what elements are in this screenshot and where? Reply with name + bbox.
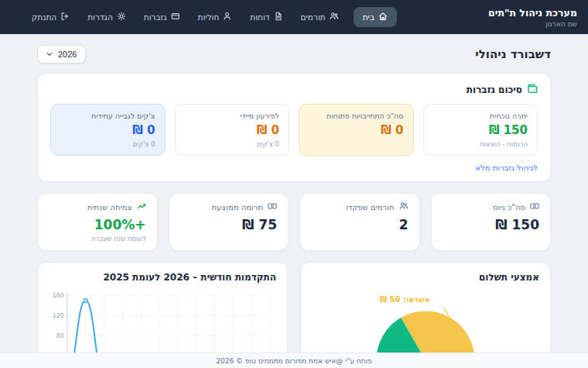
avg-donation-card: תרומה ממוצעת 75 ₪: [169, 193, 289, 251]
nav-label: חוליות: [198, 12, 220, 22]
immediate-due-subtitle: 0 צ'קים: [185, 140, 280, 148]
users-icon: [330, 12, 339, 22]
svg-text:160: 160: [53, 292, 64, 299]
gear-icon: [117, 12, 126, 22]
top-navbar: מערכת ניהול ת"תים שם הארגון בית תורמים ד…: [0, 0, 588, 34]
annual-growth-label: צמיחה שנתית: [87, 203, 132, 212]
app-title: מערכת ניהול ת"תים: [488, 7, 577, 19]
annual-growth-card: צמיחה שנתית +100% לעומת שנה שעברה: [37, 193, 158, 251]
pie-slice-label: אשראי: 50 ₪: [380, 295, 430, 304]
users-icon: [399, 201, 409, 212]
balance-card: יתרה נוכחית 150 ₪ הכנסות - הוצאות: [423, 104, 538, 156]
banknote-icon: [268, 201, 277, 212]
balance-label: יתרה נוכחית: [433, 112, 528, 120]
commitments-value: 0 ₪: [309, 123, 404, 137]
avg-donation-label: תרומה ממוצעת: [211, 203, 263, 212]
annual-growth-value: +100%: [49, 217, 146, 232]
trending-up-icon: [137, 201, 146, 212]
footer-credit: פותח ע"י @איש אמת מפורום מתמחים טופ © 20…: [216, 357, 372, 365]
future-checks-card: צ'קים לגבייה עתידית 0 ₪ 0 צ'קים: [50, 104, 166, 156]
file-text-icon: [274, 12, 283, 22]
year-select-value: 2026: [58, 50, 77, 59]
nav-item-donors[interactable]: תורמים: [298, 7, 342, 27]
open-commitments-card: סה"כ התחייבויות פתוחות 0 ₪: [299, 104, 414, 156]
logout-icon: [60, 12, 70, 22]
year-select[interactable]: 2026: [37, 45, 86, 64]
org-name: שם הארגון: [488, 20, 577, 28]
immediate-due-value: 0 ₪: [185, 123, 280, 137]
svg-text:80: 80: [56, 332, 64, 339]
total-raised-header: סה"כ גיוס: [443, 201, 540, 212]
annual-growth-subtitle: לעומת שנה שעברה: [49, 235, 146, 242]
donors-count-label: תורמים שפקדו: [346, 203, 394, 212]
immediate-due-card: לפירעון מיידי 0 ₪ 0 צ'קים: [175, 104, 290, 156]
donors-count-header: תורמים שפקדו: [311, 201, 409, 212]
future-checks-value: 0 ₪: [60, 123, 156, 137]
nav-label: הגדרות: [87, 12, 113, 22]
treasury-summary-header: סיכום גזברות: [50, 83, 538, 96]
payment-methods-title: אמצעי תשלום: [312, 272, 539, 283]
nav-label: תורמים: [301, 12, 326, 22]
home-icon: [378, 12, 388, 22]
page-header: דשבורד ניהולי 2026: [37, 45, 551, 64]
nav-label: בית: [363, 12, 374, 22]
annual-growth-header: צמיחה שנתית: [49, 201, 146, 212]
balance-subtitle: הכנסות - הוצאות: [433, 140, 528, 148]
treasury-summary-title: סיכום גזברות: [467, 84, 522, 95]
svg-text:120: 120: [53, 312, 64, 319]
avg-donation-header: תרומה ממוצעת: [180, 201, 278, 212]
commitments-label: סה"כ התחייבויות פתוחות: [309, 112, 404, 120]
treasury-cards: יתרה נוכחית 150 ₪ הכנסות - הוצאות סה"כ ה…: [50, 104, 538, 156]
donors-count-value: 2: [311, 217, 409, 232]
nav-item-logout[interactable]: התנתק: [29, 7, 73, 27]
wallet-icon: [527, 83, 538, 96]
nav-item-treasury[interactable]: גזברות: [141, 7, 183, 27]
total-raised-card: סה"כ גיוס 150 ₪: [431, 193, 552, 251]
immediate-due-label: לפירעון מיידי: [185, 112, 280, 120]
future-checks-label: צ'קים לגבייה עתידית: [60, 112, 156, 120]
nav-label: דוחות: [250, 12, 269, 22]
wallet-icon: [171, 12, 180, 22]
total-raised-value: 150 ₪: [443, 217, 540, 232]
nav-item-squads[interactable]: חוליות: [195, 7, 236, 27]
nav-item-reports[interactable]: דוחות: [247, 7, 285, 27]
app-brand: מערכת ניהול ת"תים שם הארגון: [488, 7, 577, 28]
main-nav: בית תורמים דוחות חוליות גזברות הגדרות הת…: [29, 7, 397, 27]
total-raised-label: סה"כ גיוס: [493, 203, 525, 212]
monthly-progress-title: התקדמות חודשית – 2026 לעומת 2025: [49, 272, 276, 283]
user-icon: [223, 12, 232, 22]
page-title: דשבורד ניהולי: [475, 47, 551, 61]
nav-item-settings[interactable]: הגדרות: [84, 7, 129, 27]
stats-row: סה"כ גיוס 150 ₪ תורמים שפקדו 2 תרומה ממו…: [37, 193, 551, 251]
banknote-icon: [530, 201, 539, 212]
donors-count-card: תורמים שפקדו 2: [299, 193, 420, 251]
nav-label: התנתק: [32, 12, 56, 22]
nav-label: גזברות: [144, 12, 167, 22]
balance-value: 150 ₪: [433, 123, 528, 137]
treasury-full-link[interactable]: לניהול גזברות מלא: [475, 163, 538, 172]
avg-donation-value: 75 ₪: [180, 217, 278, 232]
nav-item-home[interactable]: בית: [354, 7, 397, 27]
dashboard-page: דשבורד ניהולי 2026 סיכום גזברות יתרה נוכ…: [0, 34, 588, 368]
chevron-down-icon: [46, 50, 53, 59]
page-footer: פותח ע"י @איש אמת מפורום מתמחים טופ © 20…: [0, 353, 588, 368]
treasury-summary-card: סיכום גזברות יתרה נוכחית 150 ₪ הכנסות - …: [37, 73, 551, 182]
future-checks-subtitle: 0 צ'קים: [60, 140, 156, 148]
